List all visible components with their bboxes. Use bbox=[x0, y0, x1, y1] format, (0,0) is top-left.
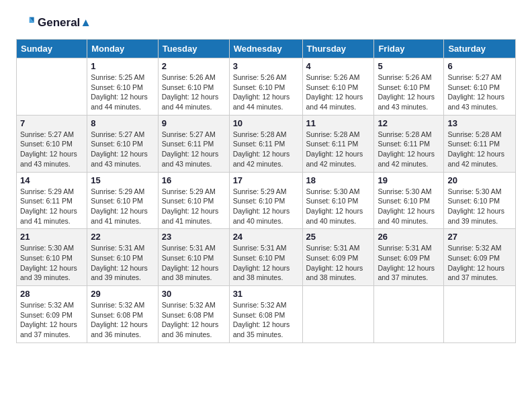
day-number: 29 bbox=[91, 289, 154, 299]
day-info: Sunrise: 5:26 AM Sunset: 6:10 PM Dayligh… bbox=[233, 73, 299, 112]
day-info: Sunrise: 5:31 AM Sunset: 6:09 PM Dayligh… bbox=[378, 243, 440, 283]
day-info: Sunrise: 5:27 AM Sunset: 6:10 PM Dayligh… bbox=[20, 130, 83, 169]
calendar-cell: 21Sunrise: 5:30 AM Sunset: 6:10 PM Dayli… bbox=[17, 229, 87, 286]
day-number: 18 bbox=[306, 175, 371, 185]
calendar-cell: 23Sunrise: 5:31 AM Sunset: 6:10 PM Dayli… bbox=[158, 229, 229, 286]
week-row-2: 7Sunrise: 5:27 AM Sunset: 6:10 PM Daylig… bbox=[17, 115, 516, 172]
header-wednesday: Wednesday bbox=[229, 40, 302, 58]
calendar-cell: 28Sunrise: 5:32 AM Sunset: 6:09 PM Dayli… bbox=[17, 286, 87, 343]
calendar-cell: 3Sunrise: 5:26 AM Sunset: 6:10 PM Daylig… bbox=[229, 58, 302, 116]
calendar-cell: 14Sunrise: 5:29 AM Sunset: 6:11 PM Dayli… bbox=[17, 172, 87, 229]
header-thursday: Thursday bbox=[302, 40, 374, 58]
day-number: 1 bbox=[91, 61, 154, 71]
calendar-cell: 18Sunrise: 5:30 AM Sunset: 6:10 PM Dayli… bbox=[302, 172, 374, 229]
day-number: 30 bbox=[162, 289, 226, 299]
calendar-cell: 6Sunrise: 5:27 AM Sunset: 6:10 PM Daylig… bbox=[444, 58, 516, 116]
day-number: 12 bbox=[378, 118, 440, 128]
calendar-header-row: SundayMondayTuesdayWednesdayThursdayFrid… bbox=[17, 40, 516, 58]
day-info: Sunrise: 5:25 AM Sunset: 6:10 PM Dayligh… bbox=[91, 73, 154, 112]
week-row-1: 1Sunrise: 5:25 AM Sunset: 6:10 PM Daylig… bbox=[17, 58, 516, 116]
calendar-cell: 25Sunrise: 5:31 AM Sunset: 6:09 PM Dayli… bbox=[302, 229, 374, 286]
calendar-cell: 26Sunrise: 5:31 AM Sunset: 6:09 PM Dayli… bbox=[374, 229, 444, 286]
day-number: 20 bbox=[447, 175, 512, 185]
calendar-cell: 30Sunrise: 5:32 AM Sunset: 6:08 PM Dayli… bbox=[158, 286, 229, 343]
day-info: Sunrise: 5:26 AM Sunset: 6:10 PM Dayligh… bbox=[306, 73, 371, 112]
calendar-cell bbox=[444, 286, 516, 343]
week-row-5: 28Sunrise: 5:32 AM Sunset: 6:09 PM Dayli… bbox=[17, 286, 516, 343]
day-info: Sunrise: 5:27 AM Sunset: 6:10 PM Dayligh… bbox=[91, 130, 154, 169]
header-friday: Friday bbox=[374, 40, 444, 58]
header-monday: Monday bbox=[87, 40, 159, 58]
day-info: Sunrise: 5:31 AM Sunset: 6:10 PM Dayligh… bbox=[233, 243, 299, 283]
day-info: Sunrise: 5:29 AM Sunset: 6:10 PM Dayligh… bbox=[91, 187, 154, 226]
calendar-cell: 2Sunrise: 5:26 AM Sunset: 6:10 PM Daylig… bbox=[158, 58, 229, 116]
day-info: Sunrise: 5:32 AM Sunset: 6:08 PM Dayligh… bbox=[162, 300, 226, 340]
calendar-cell: 12Sunrise: 5:28 AM Sunset: 6:11 PM Dayli… bbox=[374, 115, 444, 172]
header-sunday: Sunday bbox=[17, 40, 87, 58]
calendar-cell: 13Sunrise: 5:28 AM Sunset: 6:11 PM Dayli… bbox=[444, 115, 516, 172]
calendar-cell: 16Sunrise: 5:29 AM Sunset: 6:10 PM Dayli… bbox=[158, 172, 229, 229]
day-info: Sunrise: 5:29 AM Sunset: 6:10 PM Dayligh… bbox=[233, 187, 299, 226]
day-info: Sunrise: 5:28 AM Sunset: 6:11 PM Dayligh… bbox=[378, 130, 440, 169]
calendar-cell bbox=[374, 286, 444, 343]
day-info: Sunrise: 5:28 AM Sunset: 6:11 PM Dayligh… bbox=[306, 130, 371, 169]
calendar-cell: 9Sunrise: 5:27 AM Sunset: 6:11 PM Daylig… bbox=[158, 115, 229, 172]
day-info: Sunrise: 5:31 AM Sunset: 6:09 PM Dayligh… bbox=[306, 243, 371, 283]
calendar-cell bbox=[17, 58, 87, 116]
calendar-cell: 11Sunrise: 5:28 AM Sunset: 6:11 PM Dayli… bbox=[302, 115, 374, 172]
day-info: Sunrise: 5:29 AM Sunset: 6:11 PM Dayligh… bbox=[20, 187, 83, 226]
header: General▲ bbox=[16, 13, 516, 32]
calendar-cell: 24Sunrise: 5:31 AM Sunset: 6:10 PM Dayli… bbox=[229, 229, 302, 286]
day-number: 19 bbox=[378, 175, 440, 185]
day-info: Sunrise: 5:32 AM Sunset: 6:09 PM Dayligh… bbox=[20, 300, 83, 340]
calendar-cell: 4Sunrise: 5:26 AM Sunset: 6:10 PM Daylig… bbox=[302, 58, 374, 116]
day-info: Sunrise: 5:26 AM Sunset: 6:10 PM Dayligh… bbox=[162, 73, 226, 112]
calendar-cell: 5Sunrise: 5:26 AM Sunset: 6:10 PM Daylig… bbox=[374, 58, 444, 116]
calendar-cell: 29Sunrise: 5:32 AM Sunset: 6:08 PM Dayli… bbox=[87, 286, 159, 343]
page-container: General▲ SundayMondayTuesdayWednesdayThu… bbox=[16, 13, 516, 343]
calendar-cell: 22Sunrise: 5:31 AM Sunset: 6:10 PM Dayli… bbox=[87, 229, 159, 286]
day-number: 3 bbox=[233, 61, 299, 71]
day-info: Sunrise: 5:31 AM Sunset: 6:10 PM Dayligh… bbox=[162, 243, 226, 283]
day-info: Sunrise: 5:32 AM Sunset: 6:09 PM Dayligh… bbox=[447, 243, 512, 283]
calendar-cell bbox=[302, 286, 374, 343]
calendar-cell: 8Sunrise: 5:27 AM Sunset: 6:10 PM Daylig… bbox=[87, 115, 159, 172]
day-number: 14 bbox=[20, 175, 83, 185]
logo-text: General▲ bbox=[38, 16, 91, 30]
day-number: 15 bbox=[91, 175, 154, 185]
day-info: Sunrise: 5:30 AM Sunset: 6:10 PM Dayligh… bbox=[306, 187, 371, 226]
header-tuesday: Tuesday bbox=[158, 40, 229, 58]
week-row-3: 14Sunrise: 5:29 AM Sunset: 6:11 PM Dayli… bbox=[17, 172, 516, 229]
day-number: 9 bbox=[162, 118, 226, 128]
day-number: 6 bbox=[447, 61, 512, 71]
calendar-cell: 1Sunrise: 5:25 AM Sunset: 6:10 PM Daylig… bbox=[87, 58, 159, 116]
calendar-cell: 27Sunrise: 5:32 AM Sunset: 6:09 PM Dayli… bbox=[444, 229, 516, 286]
day-number: 4 bbox=[306, 61, 371, 71]
day-info: Sunrise: 5:31 AM Sunset: 6:10 PM Dayligh… bbox=[91, 243, 154, 283]
day-number: 27 bbox=[447, 232, 512, 242]
day-number: 10 bbox=[233, 118, 299, 128]
day-info: Sunrise: 5:27 AM Sunset: 6:11 PM Dayligh… bbox=[162, 130, 226, 169]
day-number: 13 bbox=[447, 118, 512, 128]
day-number: 8 bbox=[91, 118, 154, 128]
calendar-cell: 10Sunrise: 5:28 AM Sunset: 6:11 PM Dayli… bbox=[229, 115, 302, 172]
day-number: 23 bbox=[162, 232, 226, 242]
day-info: Sunrise: 5:30 AM Sunset: 6:10 PM Dayligh… bbox=[447, 187, 512, 226]
day-number: 28 bbox=[20, 289, 83, 299]
calendar-cell: 20Sunrise: 5:30 AM Sunset: 6:10 PM Dayli… bbox=[444, 172, 516, 229]
day-info: Sunrise: 5:29 AM Sunset: 6:10 PM Dayligh… bbox=[162, 187, 226, 226]
logo-icon bbox=[16, 13, 35, 32]
day-info: Sunrise: 5:32 AM Sunset: 6:08 PM Dayligh… bbox=[233, 300, 299, 340]
day-info: Sunrise: 5:26 AM Sunset: 6:10 PM Dayligh… bbox=[378, 73, 440, 112]
calendar-cell: 7Sunrise: 5:27 AM Sunset: 6:10 PM Daylig… bbox=[17, 115, 87, 172]
day-number: 26 bbox=[378, 232, 440, 242]
day-number: 17 bbox=[233, 175, 299, 185]
day-number: 16 bbox=[162, 175, 226, 185]
day-info: Sunrise: 5:30 AM Sunset: 6:10 PM Dayligh… bbox=[20, 243, 83, 283]
day-number: 11 bbox=[306, 118, 371, 128]
day-number: 21 bbox=[20, 232, 83, 242]
day-number: 31 bbox=[233, 289, 299, 299]
day-info: Sunrise: 5:28 AM Sunset: 6:11 PM Dayligh… bbox=[447, 130, 512, 169]
week-row-4: 21Sunrise: 5:30 AM Sunset: 6:10 PM Dayli… bbox=[17, 229, 516, 286]
calendar-cell: 17Sunrise: 5:29 AM Sunset: 6:10 PM Dayli… bbox=[229, 172, 302, 229]
